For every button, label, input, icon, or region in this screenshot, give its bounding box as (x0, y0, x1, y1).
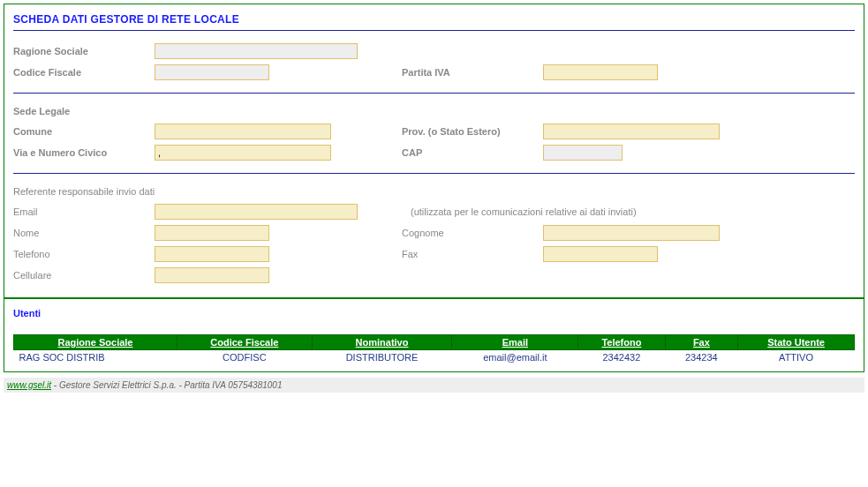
nome-input[interactable] (155, 225, 269, 241)
form-section: SCHEDA DATI GESTORE DI RETE LOCALE Ragio… (4, 4, 864, 299)
divider (13, 93, 855, 94)
users-col-header[interactable]: Nominativo (312, 335, 452, 350)
outer-panel: SCHEDA DATI GESTORE DI RETE LOCALE Ragio… (4, 4, 864, 372)
footer-text: - Gestore Servizi Elettrici S.p.a. - Par… (51, 380, 282, 390)
label-partita-iva: Partita IVA (402, 67, 543, 78)
footer: www.gsel.it - Gestore Servizi Elettrici … (4, 378, 864, 393)
divider (13, 30, 855, 31)
table-cell: 2342432 (578, 350, 665, 365)
table-cell: email@email.it (452, 350, 578, 365)
users-col-header[interactable]: Fax (665, 335, 738, 350)
table-cell: CODFISC (177, 350, 313, 365)
label-nome: Nome (13, 228, 155, 238)
divider (13, 173, 855, 174)
fax-input[interactable] (543, 246, 658, 262)
users-col-header[interactable]: Email (452, 335, 578, 350)
cap-input[interactable] (543, 145, 623, 161)
users-table: Ragione SocialeCodice FiscaleNominativoE… (13, 334, 855, 364)
email-input[interactable] (155, 204, 358, 220)
cellulare-input[interactable] (155, 267, 269, 283)
users-section: Utenti Ragione SocialeCodice FiscaleNomi… (4, 299, 864, 371)
page-title: SCHEDA DATI GESTORE DI RETE LOCALE (13, 6, 855, 27)
users-col-header[interactable]: Ragione Sociale (14, 335, 177, 350)
label-prov: Prov. (o Stato Estero) (402, 126, 543, 137)
codice-fiscale-input[interactable] (155, 64, 269, 80)
label-via: Via e Numero Civico (13, 147, 155, 158)
cognome-input[interactable] (543, 225, 720, 241)
users-col-header[interactable]: Codice Fiscale (177, 335, 313, 350)
label-codice-fiscale: Codice Fiscale (13, 67, 155, 78)
telefono-input[interactable] (155, 246, 269, 262)
prov-input[interactable] (543, 124, 720, 139)
label-referente: Referente responsabile invio dati (13, 186, 855, 197)
partita-iva-input[interactable] (543, 64, 658, 80)
footer-link[interactable]: www.gsel.it (7, 380, 51, 390)
label-telefono: Telefono (13, 249, 155, 259)
label-fax: Fax (402, 249, 543, 259)
ragione-sociale-input[interactable] (155, 43, 358, 59)
label-ragione-sociale: Ragione Sociale (13, 46, 155, 56)
users-col-header[interactable]: Stato Utente (738, 335, 855, 350)
users-title: Utenti (13, 308, 855, 318)
label-cellulare: Cellulare (13, 270, 155, 281)
comune-input[interactable] (155, 124, 331, 139)
label-comune: Comune (13, 126, 155, 137)
users-col-header[interactable]: Telefono (578, 335, 665, 350)
label-email: Email (13, 206, 155, 217)
via-input[interactable] (155, 145, 331, 161)
label-cap: CAP (402, 147, 543, 158)
table-cell: 234234 (665, 350, 738, 365)
label-cognome: Cognome (402, 228, 543, 238)
email-note: (utilizzata per le comunicazioni relativ… (402, 206, 637, 217)
label-sede-legale: Sede Legale (13, 106, 855, 116)
table-row[interactable]: RAG SOC DISTRIBCODFISCDISTRIBUTOREemail@… (14, 350, 855, 365)
table-cell: RAG SOC DISTRIB (14, 350, 177, 365)
table-cell: ATTIVO (738, 350, 855, 365)
table-cell: DISTRIBUTORE (312, 350, 452, 365)
